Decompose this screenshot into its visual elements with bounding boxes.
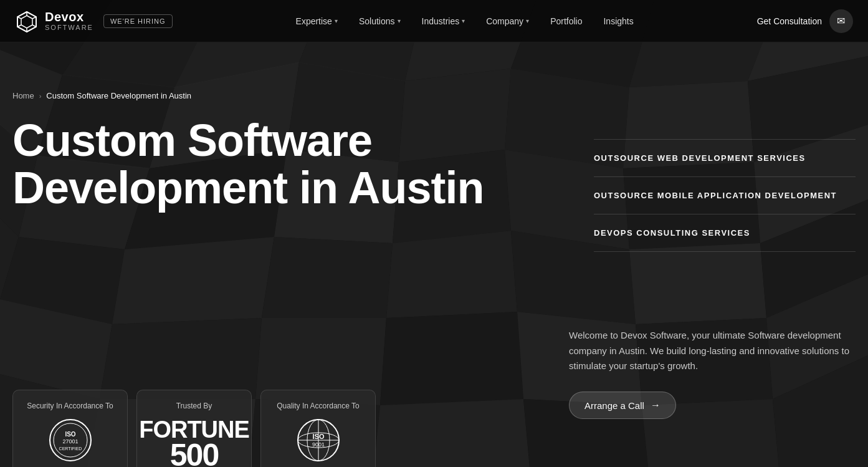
company-chevron-icon: ▾ — [526, 17, 529, 24]
svg-marker-53 — [21, 16, 32, 28]
arrange-call-label: Arrange a Call — [584, 400, 644, 411]
logo-brand: Devox — [45, 10, 93, 24]
iso9001-icon: ISO 9001 — [296, 418, 341, 463]
svg-text:9001: 9001 — [312, 441, 324, 448]
arrange-call-arrow-icon: → — [651, 400, 661, 411]
get-consultation-button[interactable]: Get Consultation — [757, 16, 822, 26]
svg-text:ISO: ISO — [312, 433, 324, 440]
fortune500-label: Trusted By — [176, 402, 212, 412]
page-title: Custom Software Development in Austin — [12, 117, 511, 211]
hiring-badge[interactable]: WE'RE HIRING — [103, 14, 173, 28]
fortune500-badge: Trusted By FORTUNE 500 COMPANIES — [136, 390, 252, 467]
iso27001-label: Security In Accordance To — [27, 402, 113, 412]
logo[interactable]: Devox Software — [15, 9, 93, 33]
right-link-web-dev[interactable]: OUTSOURCE WEB DEVELOPMENT SERVICES — [594, 139, 856, 177]
iso9001-badge: Quality In Accordance To ISO 9001 ISO 90… — [260, 390, 376, 467]
iso9001-label: Quality In Accordance To — [277, 402, 360, 412]
header-right: Get Consultation ✉ — [757, 9, 853, 33]
nav-expertise[interactable]: Expertise ▾ — [287, 11, 346, 31]
svg-text:ISO: ISO — [65, 431, 75, 438]
iso27001-badge: Security In Accordance To ISO 27001 CERT… — [12, 390, 128, 467]
main-nav: Expertise ▾ Solutions ▾ Industries ▾ Com… — [287, 11, 642, 31]
header-left: Devox Software WE'RE HIRING — [15, 9, 173, 33]
right-link-mobile-dev[interactable]: OUTSOURCE MOBILE APPLICATION DEVELOPMENT — [594, 177, 856, 214]
breadcrumb: Home › Custom Software Development in Au… — [12, 91, 191, 100]
logo-text: Devox Software — [45, 10, 93, 31]
description-area: Welcome to Devox Software, your ultimate… — [569, 328, 856, 419]
hero-heading: Custom Software Development in Austin — [12, 117, 511, 211]
nav-industries[interactable]: Industries ▾ — [413, 11, 474, 31]
expertise-chevron-icon: ▾ — [335, 17, 338, 24]
mail-button[interactable]: ✉ — [829, 9, 853, 33]
svg-text:CERTIFIED: CERTIFIED — [59, 446, 82, 451]
svg-text:27001: 27001 — [62, 438, 78, 445]
page-content: Home › Custom Software Development in Au… — [0, 42, 868, 467]
breadcrumb-current: Custom Software Development in Austin — [46, 91, 191, 100]
breadcrumb-separator: › — [39, 92, 42, 100]
nav-portfolio[interactable]: Portfolio — [541, 11, 591, 31]
badges-row: Security In Accordance To ISO 27001 CERT… — [12, 390, 376, 467]
description-text: Welcome to Devox Software, your ultimate… — [569, 328, 856, 374]
logo-sub: Software — [45, 24, 93, 31]
mail-icon: ✉ — [837, 15, 845, 27]
devox-logo-icon — [15, 9, 39, 33]
header: Devox Software WE'RE HIRING Expertise ▾ … — [0, 0, 868, 42]
nav-company[interactable]: Company ▾ — [477, 11, 538, 31]
nav-insights[interactable]: Insights — [594, 11, 642, 31]
right-link-devops[interactable]: DEVOPS CONSULTING SERVICES — [594, 214, 856, 252]
nav-solutions[interactable]: Solutions ▾ — [350, 11, 409, 31]
solutions-chevron-icon: ▾ — [398, 17, 401, 24]
breadcrumb-home[interactable]: Home — [12, 91, 34, 100]
industries-chevron-icon: ▾ — [462, 17, 465, 24]
iso27001-icon: ISO 27001 CERTIFIED — [48, 418, 93, 463]
arrange-call-button[interactable]: Arrange a Call → — [569, 392, 676, 419]
fortune500-icon: FORTUNE 500 — [139, 418, 249, 467]
right-links: OUTSOURCE WEB DEVELOPMENT SERVICES OUTSO… — [594, 139, 856, 252]
